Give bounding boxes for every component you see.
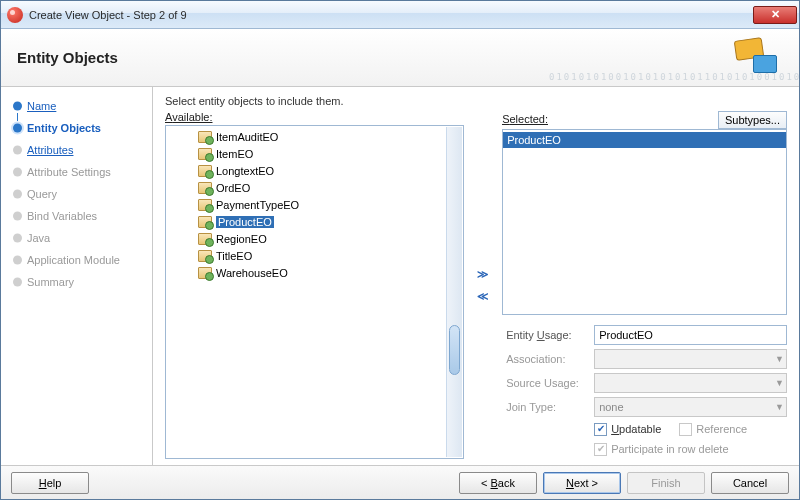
- step-label: Entity Objects: [27, 122, 101, 134]
- available-item[interactable]: OrdEO: [166, 179, 463, 196]
- banner-graphic: [729, 35, 789, 79]
- wizard-step-query: Query: [9, 183, 152, 205]
- join-type-label: Join Type:: [506, 401, 588, 413]
- step-dot-icon: [13, 168, 22, 177]
- entity-object-icon: [198, 199, 212, 211]
- banner: Entity Objects 0101010100101010101011010…: [1, 29, 799, 87]
- chevron-down-icon: ▼: [775, 402, 784, 412]
- scrollbar[interactable]: [446, 127, 462, 457]
- list-item-label: ProductEO: [216, 216, 274, 228]
- available-item[interactable]: ItemEO: [166, 145, 463, 162]
- source-usage-combo: ▼: [594, 373, 787, 393]
- help-button[interactable]: Help: [11, 472, 89, 494]
- checkbox-checked-icon: ✔: [594, 423, 607, 436]
- wizard-step-attribute-settings: Attribute Settings: [9, 161, 152, 183]
- available-item[interactable]: ProductEO: [166, 213, 463, 230]
- instruction-text: Select entity objects to include them.: [165, 95, 787, 107]
- back-button[interactable]: < Back: [459, 472, 537, 494]
- wizard-step-attributes[interactable]: Attributes: [9, 139, 152, 161]
- updatable-checkbox[interactable]: ✔Updatable: [594, 423, 661, 436]
- entity-usage-field[interactable]: [594, 325, 787, 345]
- list-item-label: ProductEO: [507, 134, 561, 146]
- shuttle-layout: Available: ItemAuditEOItemEOLongtextEOOr…: [165, 111, 787, 459]
- available-item[interactable]: RegionEO: [166, 230, 463, 247]
- scrollbar-thumb[interactable]: [449, 325, 460, 375]
- checkbox-checked-icon: ✔: [594, 443, 607, 456]
- list-item-label: TitleEO: [216, 250, 252, 262]
- window-title: Create View Object - Step 2 of 9: [29, 9, 187, 21]
- wizard-step-application-module: Application Module: [9, 249, 152, 271]
- available-item[interactable]: TitleEO: [166, 247, 463, 264]
- step-label: Bind Variables: [27, 210, 97, 222]
- entity-usage-label: Entity Usage:: [506, 329, 588, 341]
- step-label: Query: [27, 188, 57, 200]
- finish-button: Finish: [627, 472, 705, 494]
- step-dot-icon: [13, 234, 22, 243]
- subtypes-button[interactable]: Subtypes...: [718, 111, 787, 129]
- selected-item[interactable]: ProductEO: [503, 132, 786, 148]
- add-button[interactable]: ≫: [475, 266, 491, 282]
- step-dot-icon: [13, 256, 22, 265]
- entity-object-icon: [198, 250, 212, 262]
- wizard-step-bind-variables: Bind Variables: [9, 205, 152, 227]
- step-label: Java: [27, 232, 50, 244]
- entity-object-icon: [198, 165, 212, 177]
- available-item[interactable]: WarehouseEO: [166, 264, 463, 281]
- entity-object-icon: [198, 148, 212, 160]
- wizard-step-entity-objects[interactable]: Entity Objects: [9, 117, 152, 139]
- list-item-label: WarehouseEO: [216, 267, 288, 279]
- available-listbox[interactable]: ItemAuditEOItemEOLongtextEOOrdEOPaymentT…: [165, 125, 464, 459]
- page-heading: Entity Objects: [17, 49, 118, 66]
- entity-object-icon: [198, 182, 212, 194]
- wizard-step-summary: Summary: [9, 271, 152, 293]
- entity-object-icon: [198, 233, 212, 245]
- join-type-combo: none▼: [594, 397, 787, 417]
- step-label: Name: [27, 100, 56, 112]
- remove-button[interactable]: ≪: [475, 288, 491, 304]
- step-dot-icon: [13, 212, 22, 221]
- checkbox-icon: [679, 423, 692, 436]
- button-bar: Help < Back Next > Finish Cancel: [1, 465, 799, 499]
- wizard-step-java: Java: [9, 227, 152, 249]
- next-button[interactable]: Next >: [543, 472, 621, 494]
- shuttle-buttons: ≫ ≪: [472, 111, 494, 459]
- entity-object-icon: [198, 216, 212, 228]
- step-dot-icon: [13, 102, 22, 111]
- entity-object-icon: [198, 131, 212, 143]
- available-item[interactable]: PaymentTypeEO: [166, 196, 463, 213]
- available-item[interactable]: LongtextEO: [166, 162, 463, 179]
- entity-form: Entity Usage: Association: ▼ Source Usag…: [502, 323, 787, 459]
- step-dot-icon: [13, 278, 22, 287]
- chevron-right-icon: ≫: [477, 268, 489, 281]
- association-combo: ▼: [594, 349, 787, 369]
- wizard-steps: NameEntity ObjectsAttributesAttribute Se…: [1, 87, 153, 465]
- wizard-step-name[interactable]: Name: [9, 95, 152, 117]
- step-dot-icon: [13, 124, 22, 133]
- step-label: Application Module: [27, 254, 120, 266]
- step-label: Attribute Settings: [27, 166, 111, 178]
- selected-listbox[interactable]: ProductEO: [502, 129, 787, 315]
- step-label: Attributes: [27, 144, 73, 156]
- cancel-button[interactable]: Cancel: [711, 472, 789, 494]
- list-item-label: PaymentTypeEO: [216, 199, 299, 211]
- available-item[interactable]: ItemAuditEO: [166, 128, 463, 145]
- step-label: Summary: [27, 276, 74, 288]
- selected-pane: Selected: Subtypes... ProductEO Entity U…: [502, 111, 787, 459]
- step-dot-icon: [13, 146, 22, 155]
- list-item-label: LongtextEO: [216, 165, 274, 177]
- reference-checkbox: Reference: [679, 423, 747, 436]
- app-icon: [7, 7, 23, 23]
- dialog-window: Create View Object - Step 2 of 9 ✕ Entit…: [0, 0, 800, 500]
- list-item-label: ItemAuditEO: [216, 131, 278, 143]
- close-icon: ✕: [771, 8, 780, 21]
- close-button[interactable]: ✕: [753, 6, 797, 24]
- chevron-down-icon: ▼: [775, 354, 784, 364]
- titlebar[interactable]: Create View Object - Step 2 of 9 ✕: [1, 1, 799, 29]
- list-item-label: RegionEO: [216, 233, 267, 245]
- available-pane: Available: ItemAuditEOItemEOLongtextEOOr…: [165, 111, 464, 459]
- list-item-label: OrdEO: [216, 182, 250, 194]
- main-panel: Select entity objects to include them. A…: [153, 87, 799, 465]
- selected-label: Selected:: [502, 113, 548, 125]
- available-label: Available:: [165, 111, 213, 123]
- entity-object-icon: [198, 267, 212, 279]
